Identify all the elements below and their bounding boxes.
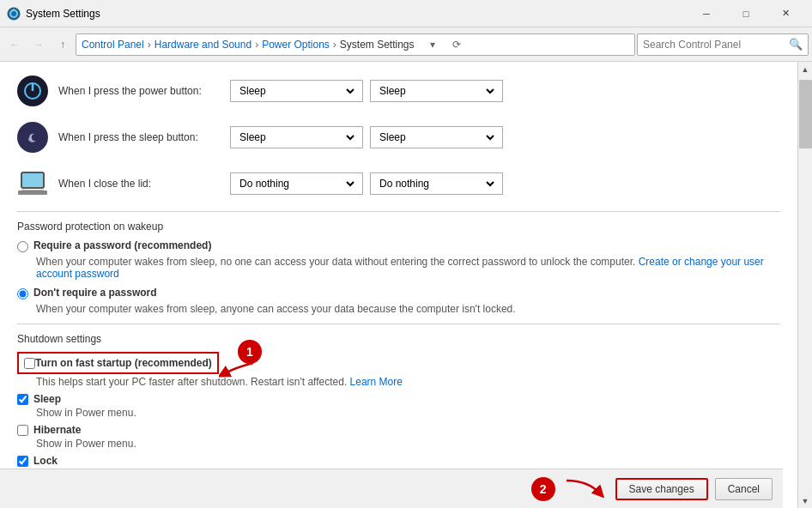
refresh-button[interactable]: ⟳: [445, 33, 468, 56]
require-password-desc: When your computer wakes from sleep, no …: [36, 256, 780, 280]
require-password-label[interactable]: Require a password (recommended): [33, 239, 211, 251]
require-password-group: Require a password (recommended) When yo…: [17, 239, 780, 280]
annotation-circle-2: 2: [531, 477, 555, 501]
scrollbar: ▲ ▼: [797, 62, 812, 508]
breadcrumb-current: System Settings: [340, 39, 415, 51]
scroll-down-button[interactable]: ▼: [798, 493, 813, 508]
lid-close-row: When I close the lid: Do nothing Sleep H…: [17, 165, 780, 203]
dont-require-password-group: Don't require a password When your compu…: [17, 287, 780, 315]
search-icon: 🔍: [789, 38, 803, 51]
maximize-button[interactable]: □: [726, 0, 766, 27]
dont-require-password-radio[interactable]: [17, 288, 28, 299]
sleep-checkbox-row: Sleep: [17, 393, 780, 405]
content-scroll: When I press the power button: Sleep Do …: [0, 62, 797, 508]
hibernate-checkbox-desc: Show in Power menu.: [36, 438, 780, 450]
close-button[interactable]: ✕: [766, 0, 805, 27]
lock-checkbox-label[interactable]: Lock: [33, 455, 58, 467]
dont-require-password-label[interactable]: Don't require a password: [33, 287, 157, 299]
lid-close-dropdowns: Do nothing Sleep Hibernate Shut down Do …: [230, 172, 503, 195]
window-title: System Settings: [26, 8, 687, 20]
lid-close-label: When I close the lid:: [58, 178, 230, 190]
app-icon: [7, 7, 21, 21]
fast-startup-label[interactable]: Turn on fast startup (recommended): [35, 357, 212, 369]
lock-checkbox[interactable]: [17, 456, 28, 467]
divider-password: [17, 211, 780, 212]
annotation-arrow-2: [562, 476, 605, 502]
power-button-icon: [17, 76, 48, 106]
fast-startup-desc: This helps start your PC faster after sh…: [36, 376, 780, 388]
power-button-left-dropdown[interactable]: Sleep Do nothing Hibernate Shut down: [230, 80, 363, 102]
search-input[interactable]: [643, 39, 789, 51]
fast-startup-checkbox[interactable]: [24, 358, 35, 369]
sleep-button-dropdowns: Sleep Do nothing Hibernate Shut down Sle…: [230, 126, 503, 148]
power-button-label: When I press the power button:: [58, 85, 230, 97]
scroll-thumb[interactable]: [799, 80, 812, 148]
breadcrumb: Control Panel › Hardware and Sound › Pow…: [76, 33, 635, 56]
address-bar: ← → ↑ Control Panel › Hardware and Sound…: [0, 27, 812, 62]
dont-require-password-desc: When your computer wakes from sleep, any…: [36, 303, 780, 315]
lock-checkbox-row: Lock: [17, 455, 780, 467]
power-button-right-select[interactable]: Sleep Do nothing Hibernate Shut down: [376, 84, 497, 98]
svg-rect-6: [21, 172, 44, 188]
svg-rect-7: [18, 190, 47, 195]
breadcrumb-hardware[interactable]: Hardware and Sound: [155, 39, 251, 51]
scroll-up-button[interactable]: ▲: [798, 62, 813, 76]
lid-close-icon: [17, 168, 48, 199]
sleep-button-icon: [17, 122, 48, 153]
save-changes-button[interactable]: Save changes: [615, 478, 708, 500]
require-password-radio[interactable]: [17, 241, 28, 252]
content-area: When I press the power button: Sleep Do …: [0, 62, 797, 508]
shutdown-section: Shutdown settings Turn on fast startup (…: [17, 333, 780, 481]
fast-startup-container: Turn on fast startup (recommended) 1: [17, 352, 219, 374]
annotation-arrow-1: [219, 359, 260, 393]
lid-close-right-select[interactable]: Do nothing Sleep Hibernate Shut down: [376, 177, 497, 190]
fast-startup-box: Turn on fast startup (recommended): [17, 352, 219, 374]
minimize-button[interactable]: ─: [687, 0, 726, 27]
sleep-button-left-select[interactable]: Sleep Do nothing Hibernate Shut down: [236, 130, 357, 144]
power-button-dropdowns: Sleep Do nothing Hibernate Shut down Sle…: [230, 80, 503, 102]
lid-close-left-select[interactable]: Do nothing Sleep Hibernate Shut down: [236, 177, 357, 190]
sleep-checkbox[interactable]: [17, 394, 28, 405]
learn-more-link[interactable]: Learn More: [350, 376, 403, 388]
shutdown-section-title: Shutdown settings: [17, 333, 780, 345]
hibernate-checkbox[interactable]: [17, 425, 28, 436]
sleep-button-right-select[interactable]: Sleep Do nothing Hibernate Shut down: [376, 130, 497, 144]
lid-close-left-dropdown[interactable]: Do nothing Sleep Hibernate Shut down: [230, 172, 363, 195]
sleep-button-row: When I press the sleep button: Sleep Do …: [17, 118, 780, 156]
power-button-row: When I press the power button: Sleep Do …: [17, 72, 780, 110]
sleep-button-label: When I press the sleep button:: [58, 131, 230, 143]
forward-button[interactable]: →: [27, 33, 50, 56]
bottom-bar: 2 Save changes Cancel: [0, 469, 783, 508]
cancel-button[interactable]: Cancel: [715, 478, 773, 500]
window-controls: ─ □ ✕: [687, 0, 805, 27]
breadcrumb-control-panel[interactable]: Control Panel: [82, 39, 144, 51]
divider-shutdown: [17, 324, 780, 324]
svg-point-5: [25, 130, 40, 145]
up-button[interactable]: ↑: [52, 33, 74, 56]
create-password-link[interactable]: Create or change your user account passw…: [36, 256, 764, 280]
title-bar: System Settings ─ □ ✕: [0, 0, 812, 27]
power-button-right-dropdown[interactable]: Sleep Do nothing Hibernate Shut down: [370, 80, 503, 102]
sleep-button-left-dropdown[interactable]: Sleep Do nothing Hibernate Shut down: [230, 126, 363, 148]
require-password-row: Require a password (recommended): [17, 239, 780, 252]
search-bar[interactable]: 🔍: [637, 33, 809, 56]
power-button-left-select[interactable]: Sleep Do nothing Hibernate Shut down: [236, 84, 357, 98]
breadcrumb-power-options[interactable]: Power Options: [262, 39, 330, 51]
hibernate-checkbox-label[interactable]: Hibernate: [33, 424, 81, 436]
sleep-checkbox-desc: Show in Power menu.: [36, 407, 780, 419]
hibernate-checkbox-row: Hibernate: [17, 424, 780, 436]
breadcrumb-dropdown[interactable]: ▾: [421, 33, 444, 56]
password-section-title: Password protection on wakeup: [17, 221, 780, 233]
main-container: When I press the power button: Sleep Do …: [0, 62, 812, 508]
back-button[interactable]: ←: [3, 33, 26, 56]
sleep-checkbox-label[interactable]: Sleep: [33, 393, 61, 405]
dont-require-password-row: Don't require a password: [17, 287, 780, 299]
lid-close-right-dropdown[interactable]: Do nothing Sleep Hibernate Shut down: [370, 172, 503, 195]
sleep-button-right-dropdown[interactable]: Sleep Do nothing Hibernate Shut down: [370, 126, 503, 148]
